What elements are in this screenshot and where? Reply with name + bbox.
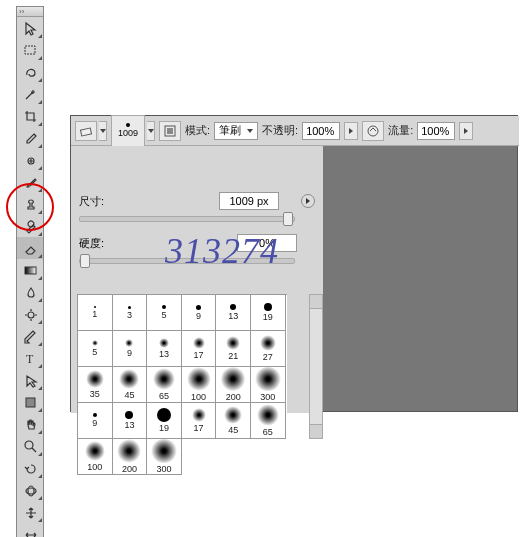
brush-preset-label: 200: [122, 464, 137, 474]
hardness-label: 硬度:: [79, 236, 129, 251]
svg-rect-1: [25, 267, 36, 274]
brush-preset-label: 13: [159, 349, 169, 359]
brush-preset[interactable]: 17: [182, 331, 217, 367]
brush-tool[interactable]: [17, 171, 43, 193]
3d-pan-tool[interactable]: [17, 501, 43, 523]
brush-preset[interactable]: 19: [251, 295, 286, 331]
brush-preset-label: 17: [194, 350, 204, 360]
brush-preview[interactable]: 1009: [111, 115, 145, 147]
blur-tool[interactable]: [17, 281, 43, 303]
brush-preset-label: 9: [196, 311, 201, 321]
crop-tool[interactable]: [17, 105, 43, 127]
brush-preset[interactable]: 3: [113, 295, 148, 331]
type-tool[interactable]: T: [17, 347, 43, 369]
brush-preset[interactable]: 100: [78, 439, 113, 475]
brush-preset[interactable]: 13: [147, 331, 182, 367]
move-tool[interactable]: [17, 17, 43, 39]
opacity-label: 不透明:: [262, 123, 298, 138]
svg-rect-0: [25, 46, 35, 54]
brush-preset-label: 13: [228, 311, 238, 321]
brush-popup: 尺寸: 1009 px 硬度: 0% 135913195913172127354…: [71, 146, 323, 413]
brush-panel-toggle[interactable]: [159, 121, 181, 141]
brush-preset-label: 19: [159, 423, 169, 433]
tool-palette: ›› T: [16, 6, 44, 537]
brush-preset-label: 300: [260, 392, 275, 402]
size-label: 尺寸:: [79, 194, 129, 209]
lasso-tool[interactable]: [17, 61, 43, 83]
mode-select[interactable]: 筆刷: [214, 122, 258, 140]
3d-slide-tool[interactable]: [17, 523, 43, 537]
brush-preset-label: 200: [226, 392, 241, 402]
brush-preset-label: 21: [228, 351, 238, 361]
gradient-tool[interactable]: [17, 259, 43, 281]
brush-preset-label: 100: [87, 462, 102, 472]
brush-preset[interactable]: 17: [182, 403, 217, 439]
brush-preset[interactable]: 9: [78, 403, 113, 439]
brush-preset[interactable]: 300: [147, 439, 182, 475]
flyout-menu-button[interactable]: [301, 194, 315, 208]
size-slider[interactable]: [79, 216, 295, 222]
marquee-tool[interactable]: [17, 39, 43, 61]
brush-preset[interactable]: 300: [251, 367, 286, 403]
brush-preset-label: 65: [263, 427, 273, 437]
path-select-tool[interactable]: [17, 369, 43, 391]
brush-preset-label: 3: [127, 310, 132, 320]
options-bar: 1009 模式: 筆刷 不透明: 100% 流量: 100%: [71, 116, 519, 146]
brush-preset-label: 13: [124, 420, 134, 430]
brush-preset-label: 45: [228, 425, 238, 435]
svg-rect-6: [80, 128, 91, 136]
hand-tool[interactable]: [17, 413, 43, 435]
svg-text:T: T: [26, 352, 34, 365]
wand-tool[interactable]: [17, 83, 43, 105]
dodge-tool[interactable]: [17, 303, 43, 325]
brush-preset[interactable]: 65: [147, 367, 182, 403]
brush-preset[interactable]: 13: [216, 295, 251, 331]
eyedropper-tool[interactable]: [17, 127, 43, 149]
brush-preset[interactable]: 9: [182, 295, 217, 331]
flow-value[interactable]: 100%: [417, 122, 455, 140]
brush-preset[interactable]: 100: [182, 367, 217, 403]
brush-preset[interactable]: 200: [216, 367, 251, 403]
brush-preset[interactable]: 45: [113, 367, 148, 403]
brush-preset[interactable]: 35: [78, 367, 113, 403]
brush-preset-label: 45: [124, 390, 134, 400]
zoom-tool[interactable]: [17, 435, 43, 457]
history-brush-tool[interactable]: [17, 215, 43, 237]
mode-label: 模式:: [185, 123, 210, 138]
brush-preset[interactable]: 5: [78, 331, 113, 367]
pressure-opacity-icon[interactable]: [362, 121, 384, 141]
brush-preset-label: 27: [263, 352, 273, 362]
main-panel: 1009 模式: 筆刷 不透明: 100% 流量: 100% 尺寸: 1009 …: [70, 115, 518, 412]
brush-preset[interactable]: 45: [216, 403, 251, 439]
rotate-tool[interactable]: [17, 457, 43, 479]
eraser-tool-icon[interactable]: [75, 121, 97, 141]
brush-preset-label: 35: [90, 389, 100, 399]
brush-preset-dropdown[interactable]: [147, 121, 155, 141]
tool-preset-dropdown[interactable]: [99, 121, 107, 141]
opacity-jog[interactable]: [344, 122, 358, 140]
stamp-tool[interactable]: [17, 193, 43, 215]
preset-scrollbar[interactable]: [309, 294, 323, 439]
brush-preset[interactable]: 27: [251, 331, 286, 367]
brush-preset[interactable]: 13: [113, 403, 148, 439]
opacity-value[interactable]: 100%: [302, 122, 340, 140]
brush-preset[interactable]: 1: [78, 295, 113, 331]
3d-orbit-tool[interactable]: [17, 479, 43, 501]
palette-header[interactable]: ››: [17, 7, 43, 17]
brush-preset[interactable]: 19: [147, 403, 182, 439]
brush-size-number: 1009: [118, 128, 138, 138]
brush-preset-label: 100: [191, 392, 206, 402]
eraser-tool[interactable]: [17, 237, 43, 259]
brush-preset[interactable]: 21: [216, 331, 251, 367]
hardness-slider[interactable]: [79, 258, 295, 264]
size-input[interactable]: 1009 px: [219, 192, 279, 210]
brush-preset[interactable]: 200: [113, 439, 148, 475]
hardness-input[interactable]: 0%: [237, 234, 297, 252]
pen-tool[interactable]: [17, 325, 43, 347]
flow-jog[interactable]: [459, 122, 473, 140]
brush-preset[interactable]: 65: [251, 403, 286, 439]
rectangle-tool[interactable]: [17, 391, 43, 413]
brush-preset[interactable]: 5: [147, 295, 182, 331]
heal-tool[interactable]: [17, 149, 43, 171]
brush-preset[interactable]: 9: [113, 331, 148, 367]
